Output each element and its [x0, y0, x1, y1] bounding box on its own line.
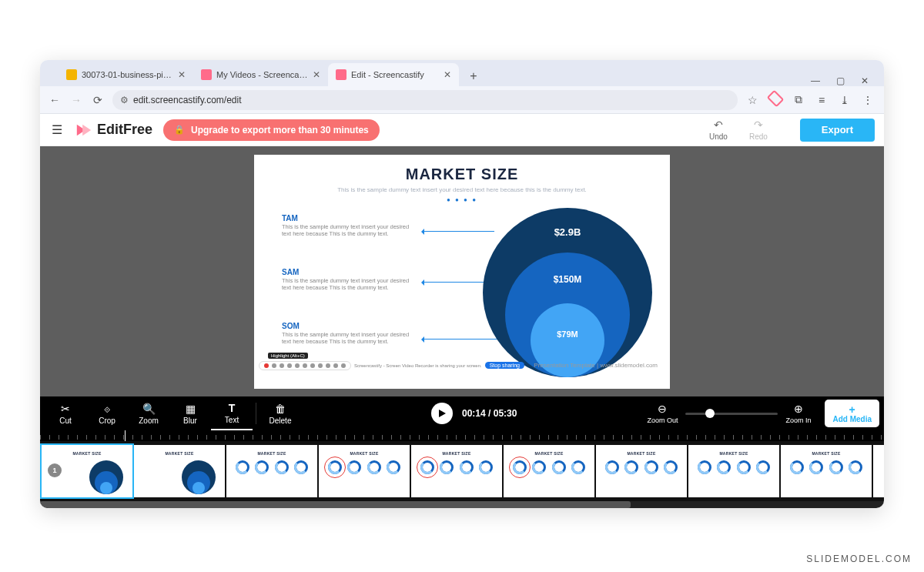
watermark: SLIDEMODEL.COM: [806, 554, 912, 564]
blur-tool[interactable]: ▦ Blur: [169, 396, 211, 430]
upgrade-button[interactable]: 🔒 Upgrade to export more than 30 minutes: [163, 119, 380, 141]
forward-button[interactable]: →: [69, 94, 83, 106]
timeline-thumb[interactable]: MARKET SIZE: [596, 445, 687, 497]
tool-icon: [280, 363, 284, 368]
record-icon: [264, 363, 269, 368]
time-current: 00:14: [462, 408, 486, 419]
tab-2[interactable]: Edit - Screencastify ✕: [328, 63, 459, 86]
add-media-button[interactable]: + Add Media: [825, 400, 879, 427]
slide-body: TAM This is the sample dummy text insert…: [254, 203, 670, 380]
tool-icon: [303, 363, 307, 368]
text-tool[interactable]: T Text: [211, 396, 253, 430]
tab-close-icon[interactable]: ✕: [178, 71, 186, 79]
zoom-in-label: Zoom In: [785, 416, 811, 424]
brand-name: EditFree: [97, 122, 152, 138]
tab-title: My Videos - Screencastify: [216, 70, 308, 79]
brand-logo: EditFree: [75, 122, 152, 139]
blur-icon: ▦: [186, 403, 196, 415]
new-tab-button[interactable]: +: [464, 66, 484, 86]
downloads-icon[interactable]: ⤓: [838, 94, 852, 106]
maximize-icon[interactable]: ▢: [833, 75, 847, 86]
slide-title: MARKET SIZE: [254, 155, 670, 183]
extensions-icon[interactable]: ⧉: [792, 93, 805, 106]
undo-redo-group: ↶ Undo ↷ Redo: [709, 119, 768, 141]
extension-screencastify-icon[interactable]: [768, 93, 782, 106]
blur-label: Blur: [183, 416, 197, 425]
svg-marker-1: [82, 124, 91, 135]
play-button[interactable]: [431, 403, 453, 424]
zoom-slider[interactable]: [685, 413, 778, 415]
export-label: Export: [822, 124, 853, 135]
menu-button[interactable]: ☰: [49, 122, 65, 137]
reading-list-icon[interactable]: ≡: [815, 94, 829, 106]
screencastify-favicon: [336, 69, 346, 80]
upgrade-label: Upgrade to export more than 30 minutes: [191, 125, 369, 135]
zoom-out-icon: ⊖: [658, 403, 667, 415]
cut-label: Cut: [59, 416, 72, 425]
som-text: This is the sample dummy text insert you…: [282, 331, 413, 346]
tool-icon: [326, 363, 330, 368]
close-icon[interactable]: ✕: [858, 75, 872, 86]
crop-label: Crop: [99, 416, 116, 425]
cut-tool[interactable]: ✂ Cut: [45, 396, 86, 430]
timeline-ruler[interactable]: [40, 430, 884, 441]
timeline-thumb[interactable]: MARKET SIZE: [411, 445, 502, 497]
tab-close-icon[interactable]: ✕: [313, 71, 320, 79]
url-bar: ← → ⟳ ⚙ edit.screencastify.com/edit ☆ ⧉ …: [40, 86, 884, 114]
zoom-out-label: Zoom Out: [647, 416, 678, 424]
slide-dots: ● ● ● ●: [254, 196, 670, 203]
minimize-icon[interactable]: —: [808, 75, 822, 86]
screencastify-logo-icon: [75, 122, 92, 139]
playhead[interactable]: [125, 430, 126, 441]
zoom-in-icon: ⊕: [794, 403, 803, 415]
zoom-in-button[interactable]: ⊕ Zoom In: [785, 403, 811, 424]
video-preview[interactable]: MARKET SIZE This is the sample dummy tex…: [254, 155, 670, 389]
zoom-tool[interactable]: 🔍 Zoom: [128, 396, 169, 430]
tool-icon: [295, 363, 300, 368]
timeline-thumb[interactable]: MAR: [873, 445, 884, 497]
scrollbar-thumb[interactable]: [40, 501, 631, 508]
timeline-thumb[interactable]: MARKET SIZE: [319, 445, 410, 497]
export-button[interactable]: Export: [800, 119, 875, 142]
timeline-track[interactable]: MARKET SIZE 1 MARKET SIZE MARKET SIZE MA…: [40, 441, 884, 501]
reload-button[interactable]: ⟳: [91, 94, 105, 106]
tab-close-icon[interactable]: ✕: [444, 71, 451, 79]
timeline-scrollbar[interactable]: [40, 501, 884, 508]
undo-button[interactable]: ↶ Undo: [709, 119, 728, 141]
value-sam: $150M: [529, 274, 606, 285]
menu-icon[interactable]: ⋮: [861, 94, 875, 106]
recorder-controls[interactable]: [259, 361, 351, 370]
timeline-thumb[interactable]: MARKET SIZE: [688, 445, 779, 497]
delete-tool[interactable]: 🗑 Delete: [259, 396, 301, 430]
tab-title: Edit - Screencastify: [351, 70, 439, 79]
timeline-thumb[interactable]: MARKET SIZE: [226, 445, 317, 497]
site-info-icon[interactable]: ⚙: [120, 95, 129, 105]
crop-tool[interactable]: ⟐ Crop: [86, 396, 128, 430]
screencastify-favicon: [201, 69, 212, 80]
timeline-thumb[interactable]: MARKET SIZE 1: [42, 445, 132, 497]
svg-marker-2: [439, 410, 446, 417]
browser-window: 30073-01-business-pitch-deck ✕ My Videos…: [40, 60, 884, 508]
slides-favicon: [66, 69, 77, 80]
sam-text: This is the sample dummy text insert you…: [282, 277, 413, 293]
add-media-label: Add Media: [832, 415, 872, 423]
timeline-thumb[interactable]: MARKET SIZE: [134, 445, 225, 497]
tab-1[interactable]: My Videos - Screencastify ✕: [193, 63, 328, 86]
redo-button[interactable]: ↷ Redo: [749, 119, 768, 141]
window-controls: — ▢ ✕: [808, 75, 879, 86]
zoom-out-button[interactable]: ⊖ Zoom Out: [647, 403, 678, 424]
zoom-controls: ⊖ Zoom Out ⊕ Zoom In: [647, 403, 811, 424]
trash-icon: 🗑: [275, 403, 286, 415]
slider-thumb[interactable]: [705, 409, 715, 418]
back-button[interactable]: ←: [48, 94, 62, 106]
tab-0[interactable]: 30073-01-business-pitch-deck ✕: [59, 63, 193, 86]
timeline-thumb[interactable]: MARKET SIZE: [504, 445, 594, 497]
time-total: 05:30: [494, 408, 517, 419]
bookmark-star-icon[interactable]: ☆: [745, 94, 759, 106]
timeline-thumb[interactable]: MARKET SIZE: [781, 445, 872, 497]
pause-icon: [272, 363, 276, 368]
stop-sharing-button[interactable]: Stop sharing: [485, 362, 524, 369]
playback-controls: 00:14 / 05:30: [431, 403, 517, 424]
address-bar[interactable]: ⚙ edit.screencastify.com/edit: [112, 90, 738, 110]
editor-toolbar: ✂ Cut ⟐ Crop 🔍 Zoom ▦ Blur T Text 🗑 Dele…: [40, 396, 884, 430]
